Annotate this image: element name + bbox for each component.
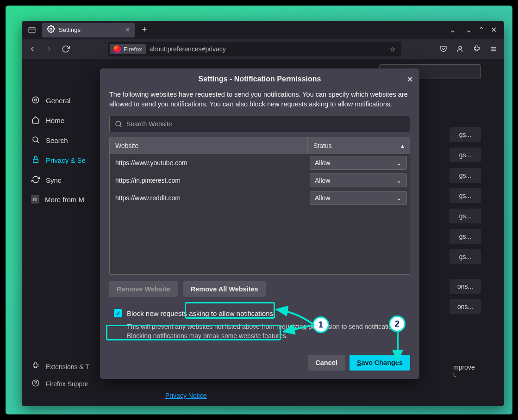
sidebar-item-label: Extensions & T bbox=[46, 363, 89, 371]
firefox-badge: Firefox bbox=[110, 44, 146, 54]
site-url: https://in.pinterest.com bbox=[110, 177, 310, 184]
extensions-icon[interactable] bbox=[470, 42, 484, 56]
site-url: https://www.youtube.com bbox=[110, 159, 310, 167]
dialog-title: Settings - Notification Permissions bbox=[199, 75, 321, 83]
bg-settings-button[interactable]: gs... bbox=[449, 229, 481, 244]
svg-rect-0 bbox=[29, 27, 35, 33]
browser-tab[interactable]: Settings ✕ bbox=[42, 23, 135, 37]
save-changes-button[interactable]: Save Changes bbox=[349, 355, 410, 371]
table-row[interactable]: https://www.youtube.com Allow ⌄ bbox=[110, 154, 410, 172]
home-icon bbox=[31, 116, 40, 125]
dialog-footer: Cancel Save Changes bbox=[100, 348, 419, 379]
bookmark-star-icon[interactable]: ☆ bbox=[386, 45, 399, 53]
svg-point-12 bbox=[32, 380, 39, 386]
tab-close-icon[interactable]: ✕ bbox=[125, 26, 130, 33]
svg-point-7 bbox=[35, 99, 37, 101]
search-placeholder: Search Website bbox=[126, 120, 172, 128]
table-body: https://www.youtube.com Allow ⌄ https://… bbox=[110, 154, 410, 274]
gear-icon bbox=[31, 96, 40, 105]
search-website-input[interactable]: Search Website bbox=[109, 116, 410, 132]
puzzle-icon bbox=[31, 362, 40, 371]
svg-point-8 bbox=[32, 97, 39, 103]
gear-icon bbox=[47, 25, 55, 35]
svg-rect-11 bbox=[33, 159, 38, 163]
dialog-header: Settings - Notification Permissions ✕ bbox=[100, 68, 419, 90]
sync-icon bbox=[31, 175, 40, 185]
reload-button[interactable] bbox=[59, 42, 73, 56]
table-row[interactable]: https://www.reddit.com Allow ⌄ bbox=[110, 189, 410, 207]
sidebar-item-label: Search bbox=[46, 136, 68, 144]
dialog-close-button[interactable]: ✕ bbox=[407, 75, 413, 84]
sidebar-item-label: Firefox Suppor bbox=[46, 380, 88, 388]
sidebar-item-label: More from M bbox=[45, 196, 84, 204]
bg-settings-button[interactable]: gs... bbox=[449, 168, 481, 183]
bg-settings-button[interactable]: gs... bbox=[449, 127, 481, 142]
column-website[interactable]: Website bbox=[110, 137, 308, 154]
sidebar-toggle-icon[interactable] bbox=[25, 24, 39, 37]
bg-exceptions-button[interactable]: ons... bbox=[449, 279, 481, 294]
svg-line-10 bbox=[37, 141, 38, 142]
account-icon[interactable] bbox=[453, 42, 467, 56]
url-bar[interactable]: Firefox about:preferences#privacy ☆ bbox=[108, 42, 401, 56]
tab-bar: Settings ✕ + ⌄ ⌄ ⌃ ✕ bbox=[22, 21, 504, 39]
chevron-down-icon: ⌄ bbox=[396, 177, 402, 184]
nav-bar: Firefox about:preferences#privacy ☆ bbox=[22, 39, 504, 59]
tab-title: Settings bbox=[59, 26, 81, 33]
bg-text: mprove i. bbox=[453, 364, 481, 378]
bg-exceptions-button[interactable]: ons... bbox=[449, 299, 481, 314]
block-new-requests-row[interactable]: ✓ Block new requests asking to allow not… bbox=[109, 306, 410, 320]
sidebar-item-label: Home bbox=[46, 117, 64, 124]
help-icon bbox=[31, 379, 40, 389]
status-select[interactable]: Allow ⌄ bbox=[310, 191, 407, 205]
remove-all-websites-button[interactable]: Remove All Websites bbox=[183, 281, 266, 297]
back-button[interactable] bbox=[25, 42, 39, 56]
chevron-down-icon: ⌄ bbox=[396, 194, 402, 202]
bg-settings-button[interactable]: gs... bbox=[449, 188, 481, 203]
table-header: Website Status ▴ bbox=[110, 137, 410, 154]
lock-icon bbox=[31, 155, 40, 165]
pocket-icon[interactable] bbox=[437, 42, 450, 56]
column-status[interactable]: Status ▴ bbox=[308, 137, 410, 154]
bg-settings-button[interactable]: gs... bbox=[449, 249, 481, 264]
block-label: Block new requests asking to allow notif… bbox=[127, 309, 273, 317]
remove-website-button[interactable]: Remove Website bbox=[109, 281, 178, 297]
privacy-notice-link[interactable]: Privacy Notice bbox=[165, 392, 206, 399]
minimize-icon[interactable]: ⌄ bbox=[466, 25, 472, 34]
permissions-table: Website Status ▴ https://www.youtube.com… bbox=[109, 137, 410, 275]
svg-point-2 bbox=[50, 28, 52, 31]
site-url: https://www.reddit.com bbox=[110, 194, 310, 202]
block-checkbox[interactable]: ✓ bbox=[114, 309, 122, 317]
mozilla-icon: m bbox=[31, 195, 39, 204]
search-icon bbox=[114, 120, 123, 128]
table-row[interactable]: https://in.pinterest.com Allow ⌄ bbox=[110, 172, 410, 189]
search-icon bbox=[31, 136, 40, 145]
svg-point-9 bbox=[33, 137, 38, 142]
forward-button[interactable] bbox=[42, 42, 56, 56]
tabs-dropdown-icon[interactable]: ⌄ bbox=[447, 25, 458, 34]
new-tab-button[interactable]: + bbox=[137, 25, 151, 35]
url-text: about:preferences#privacy bbox=[146, 45, 226, 53]
notification-permissions-dialog: Settings - Notification Permissions ✕ Th… bbox=[100, 68, 419, 379]
block-note: This will prevent any websites not liste… bbox=[109, 320, 410, 341]
status-select[interactable]: Allow ⌄ bbox=[310, 173, 407, 187]
status-select[interactable]: Allow ⌄ bbox=[310, 156, 407, 170]
svg-point-14 bbox=[116, 121, 121, 126]
bg-settings-button[interactable]: gs... bbox=[449, 209, 481, 223]
sidebar-item-label: Sync bbox=[46, 176, 61, 184]
svg-line-15 bbox=[120, 126, 121, 127]
close-window-icon[interactable]: ✕ bbox=[491, 25, 497, 34]
sort-icon: ▴ bbox=[401, 142, 404, 149]
bg-settings-button[interactable]: gs... bbox=[449, 148, 481, 162]
sidebar-item-label: Privacy & Se bbox=[46, 156, 86, 164]
svg-point-3 bbox=[459, 46, 462, 49]
dialog-description: The following websites have requested to… bbox=[109, 90, 410, 109]
cancel-button[interactable]: Cancel bbox=[308, 355, 345, 371]
maximize-icon[interactable]: ⌃ bbox=[478, 25, 484, 34]
firefox-logo-icon bbox=[113, 45, 121, 53]
menu-icon[interactable] bbox=[487, 42, 500, 56]
sidebar-item-label: General bbox=[46, 97, 70, 105]
chevron-down-icon: ⌄ bbox=[396, 159, 402, 167]
firefox-label: Firefox bbox=[124, 46, 142, 53]
window-controls: ⌄ ⌃ ✕ bbox=[461, 25, 501, 34]
